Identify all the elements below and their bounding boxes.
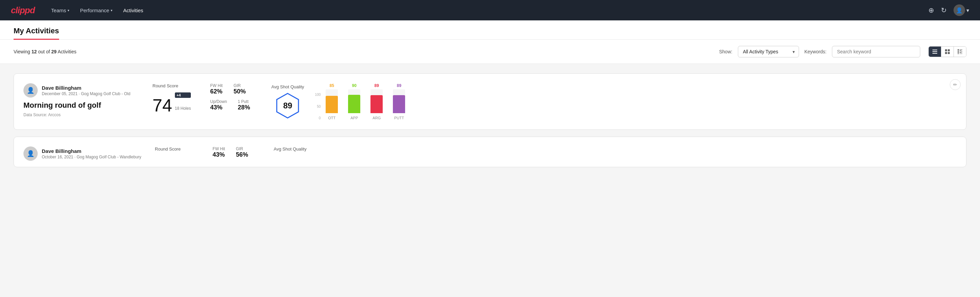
- bar-putt-track: [393, 89, 405, 113]
- fw-hit-value: 62%: [210, 88, 223, 95]
- stat-fw-hit-2: FW Hit 43%: [213, 147, 225, 158]
- svg-rect-3: [945, 49, 947, 51]
- bars-container: 85 OTT 90 APP 89: [323, 83, 407, 120]
- nav-item-teams[interactable]: Teams ▾: [51, 2, 69, 19]
- activity-type-wrapper: All Activity Types: [738, 46, 799, 57]
- activity-card-2: 👤 Dave Billingham October 16, 2021 · Gog…: [14, 137, 966, 167]
- round-score-label-2: Round Score: [155, 147, 199, 152]
- svg-rect-4: [948, 49, 950, 51]
- bar-putt-fill: [393, 95, 405, 113]
- small-stats: FW Hit 62% GIR 50% Up/Down 43% 1 Putt 28…: [210, 83, 258, 111]
- svg-rect-14: [959, 54, 963, 54]
- bar-arg-fill: [371, 95, 383, 113]
- avatar: 👤: [24, 83, 38, 97]
- svg-rect-9: [959, 50, 961, 51]
- bar-ott: 85 OTT: [323, 83, 340, 120]
- quality-label-wrapper: Avg Shot Quality 89: [271, 84, 304, 119]
- gir-label-2: GIR: [236, 147, 248, 151]
- user-date-2: October 16, 2021 · Gog Magog Golf Club -…: [42, 155, 141, 160]
- user-row: 👤 Dave Billingham December 05, 2021 · Go…: [24, 83, 139, 97]
- 1putt-label: 1 Putt: [238, 99, 250, 104]
- round-score-section: Round Score 74 +4 18 Holes: [153, 83, 197, 114]
- bar-app-label-bottom: APP: [350, 116, 358, 120]
- nav-item-activities[interactable]: Activities: [123, 2, 143, 19]
- card-left: 👤 Dave Billingham December 05, 2021 · Go…: [24, 83, 139, 117]
- bar-arg-label-top: 89: [375, 83, 379, 88]
- quality-section-2: Avg Shot Quality: [274, 147, 956, 152]
- data-source: Data Source: Arccos: [24, 112, 139, 117]
- bar-arg-label-bottom: ARG: [372, 116, 381, 120]
- bar-app: 90 APP: [346, 83, 363, 120]
- keyword-input[interactable]: [832, 46, 920, 57]
- holes-label: 18 Holes: [175, 106, 191, 111]
- view-grid-button[interactable]: [941, 46, 954, 57]
- view-list-detail-button[interactable]: [954, 46, 966, 57]
- view-list-compact-button[interactable]: [929, 46, 941, 57]
- avatar-button[interactable]: 👤 ▾: [953, 5, 969, 16]
- keywords-label: Keywords:: [805, 49, 827, 54]
- activity-type-select[interactable]: All Activity Types: [738, 46, 799, 57]
- nav-activities-label: Activities: [123, 8, 143, 13]
- bar-putt-label-top: 89: [397, 83, 401, 88]
- viewing-total: 29: [51, 49, 57, 54]
- y-axis-50: 50: [315, 105, 321, 109]
- avatar-2: 👤: [24, 147, 38, 161]
- svg-rect-8: [959, 50, 963, 50]
- gir-value-2: 56%: [236, 151, 248, 158]
- bar-arg: 89 ARG: [368, 83, 385, 120]
- refresh-icon[interactable]: ↻: [941, 6, 947, 14]
- user-date: December 05, 2021 · Gog Magog Golf Club …: [42, 91, 130, 96]
- navbar-right: ⊕ ↻ 👤 ▾: [928, 5, 969, 16]
- quality-label-wrapper-2: Avg Shot Quality: [274, 147, 307, 152]
- viewing-out-of: out of: [38, 49, 51, 54]
- svg-rect-11: [959, 52, 963, 52]
- round-score-value: 74: [153, 96, 172, 114]
- nav-item-performance[interactable]: Performance ▾: [80, 2, 112, 19]
- add-icon[interactable]: ⊕: [928, 6, 934, 14]
- filter-bar: Viewing 12 out of 29 Activities Show: Al…: [0, 40, 980, 64]
- card-left-2: 👤 Dave Billingham October 16, 2021 · Gog…: [24, 147, 141, 164]
- user-name-2: Dave Billingham: [42, 148, 141, 154]
- svg-rect-5: [945, 52, 947, 54]
- fw-hit-label-2: FW Hit: [213, 147, 225, 151]
- round-score-label: Round Score: [153, 83, 197, 88]
- bar-putt: 89 PUTT: [390, 83, 407, 120]
- nav-teams-chevron-icon: ▾: [68, 8, 69, 12]
- updown-label: Up/Down: [210, 99, 227, 104]
- svg-rect-0: [932, 50, 937, 50]
- y-axis-0: 0: [315, 116, 321, 120]
- score-badge: +4: [175, 93, 191, 98]
- quality-section: Avg Shot Quality 89 100 50: [271, 83, 956, 120]
- user-row-2: 👤 Dave Billingham October 16, 2021 · Gog…: [24, 147, 141, 161]
- y-axis-100: 100: [315, 93, 321, 96]
- hexagon-value: 89: [283, 101, 293, 110]
- edit-button[interactable]: ✏: [950, 79, 961, 90]
- viewing-activities-label: Activities: [58, 49, 76, 54]
- logo[interactable]: clippd: [11, 5, 35, 16]
- bar-ott-track: [326, 89, 338, 113]
- updown-value: 43%: [210, 104, 227, 111]
- navbar: clippd Teams ▾ Performance ▾ Activities …: [0, 0, 980, 21]
- activity-title: Morning round of golf: [24, 101, 139, 110]
- gir-label: GIR: [234, 83, 246, 88]
- bar-ott-label-bottom: OTT: [328, 116, 336, 120]
- activity-card: ✏ 👤 Dave Billingham December 05, 2021 · …: [14, 73, 966, 130]
- svg-rect-1: [932, 51, 937, 52]
- round-score-section-2: Round Score: [155, 147, 199, 153]
- bar-ott-fill: [326, 96, 338, 113]
- small-stats-2: FW Hit 43% GIR 56%: [213, 147, 260, 158]
- show-label: Show:: [719, 49, 732, 54]
- user-name: Dave Billingham: [42, 85, 130, 91]
- nav-teams-label: Teams: [51, 8, 66, 13]
- bar-chart-wrapper: 100 50 0 85 OTT 90: [315, 83, 408, 120]
- bar-ott-label-top: 85: [330, 83, 334, 88]
- grid-icon: [945, 49, 950, 54]
- stat-group-2: Up/Down 43% 1 Putt 28%: [210, 99, 258, 111]
- svg-rect-13: [958, 53, 959, 54]
- avatar-chevron-icon: ▾: [966, 7, 969, 14]
- user-info: Dave Billingham December 05, 2021 · Gog …: [42, 85, 130, 96]
- nav-performance-chevron-icon: ▾: [111, 8, 112, 12]
- stat-gir: GIR 50%: [234, 83, 246, 95]
- bar-app-fill: [348, 95, 360, 113]
- viewing-prefix: Viewing: [14, 49, 30, 54]
